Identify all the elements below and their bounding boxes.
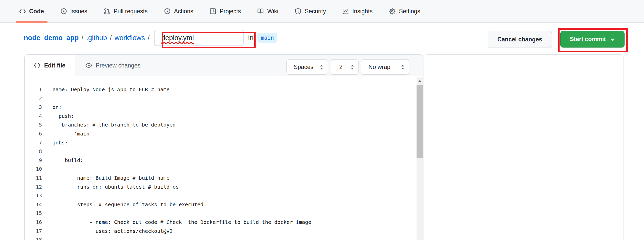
nav-tab-label: Pull requests [114, 8, 148, 15]
line-number: 4 [25, 112, 42, 121]
nav-tab-projects[interactable]: Projects [203, 0, 247, 22]
code-line: 18 [25, 235, 416, 240]
line-text: runs-on: ubuntu-latest # build os [52, 182, 179, 191]
nav-tab-insights[interactable]: Insights [336, 0, 379, 22]
nav-tab-label: Projects [220, 8, 241, 15]
code-line: 9 build: [25, 156, 416, 165]
editor-scrollbar [417, 77, 423, 240]
breadcrumb-dir-github-link[interactable]: .github [86, 34, 107, 42]
nav-tab-label: Issues [70, 8, 87, 15]
project-board-icon [210, 8, 216, 15]
code-line: 16 - name: Check out code # Check the Do… [25, 218, 416, 227]
in-label: in [248, 34, 254, 42]
line-text: - 'main' [52, 129, 93, 138]
nav-tab-pull-requests[interactable]: Pull requests [97, 0, 154, 22]
line-text: uses: actions/checkout@v2 [52, 227, 173, 236]
book-icon [257, 8, 264, 15]
wrap-mode-value: No wrap [368, 64, 390, 71]
line-text: build: [52, 156, 83, 165]
eye-icon [85, 62, 92, 69]
line-text: - name: Check out code # Check the Docke… [52, 218, 311, 227]
line-number: 5 [25, 120, 42, 129]
updown-arrows-icon [320, 64, 324, 70]
line-number: 11 [25, 174, 42, 182]
line-text: name: Build Image # build name [52, 174, 170, 182]
nav-tab-wiki[interactable]: Wiki [250, 0, 285, 22]
line-number: 13 [25, 191, 42, 200]
wrap-mode-select[interactable]: No wrap [361, 59, 409, 75]
code-line: 17 uses: actions/checkout@v2 [25, 227, 416, 236]
filename-input[interactable]: deploy.yml [154, 30, 244, 46]
line-number: 15 [25, 209, 42, 218]
updown-arrows-icon [401, 64, 405, 70]
nav-tab-label: Code [29, 8, 44, 15]
line-number: 18 [25, 235, 42, 240]
scrollbar-thumb[interactable] [417, 85, 423, 158]
breadcrumb-dir-workflows-link[interactable]: workflows [115, 34, 145, 42]
tab-edit-file-label: Edit file [44, 62, 65, 69]
nav-tab-code[interactable]: Code [13, 0, 51, 22]
code-line: 3on: [25, 103, 416, 112]
line-number: 3 [25, 103, 42, 112]
play-circle-icon [164, 8, 171, 15]
nav-tab-label: Insights [352, 8, 373, 15]
code-line: 15 [25, 209, 416, 218]
scrollbar-up-button[interactable] [417, 77, 423, 85]
code-line: 4 push: [25, 112, 416, 121]
branch-badge: main [257, 33, 278, 43]
file-editor-panel: Edit file Preview changes Spaces 2 No wr… [24, 54, 423, 240]
indent-mode-value: Spaces [294, 64, 313, 71]
nav-tab-label: Settings [399, 8, 420, 15]
line-number: 1 [25, 85, 42, 94]
pull-request-icon [104, 8, 110, 15]
line-text: on: [52, 103, 62, 112]
line-number: 8 [25, 147, 42, 156]
github-file-editor-page: Code Issues Pull requests Actions Projec… [0, 0, 644, 240]
editor-header: Edit file Preview changes Spaces 2 No wr… [25, 55, 423, 76]
line-text: push: [52, 112, 74, 121]
tab-preview-changes[interactable]: Preview changes [85, 55, 140, 76]
code-editor-area[interactable]: 1name: Deploy Node js App to ECR # name … [25, 76, 416, 240]
code-line: 7jobs: [25, 138, 416, 147]
line-text: jobs: [52, 138, 68, 147]
nav-tab-label: Wiki [267, 8, 278, 15]
gear-icon [389, 8, 396, 15]
start-commit-button[interactable]: Start commit [560, 31, 625, 48]
cancel-changes-button[interactable]: Cancel changes [488, 31, 552, 48]
indent-size-value: 2 [339, 64, 343, 71]
code-line: 6 - 'main' [25, 129, 416, 138]
nav-tab-settings[interactable]: Settings [382, 0, 427, 22]
start-commit-label: Start commit [570, 36, 606, 43]
line-text: name: Deploy Node js App to ECR # name [52, 85, 170, 94]
repo-nav: Code Issues Pull requests Actions Projec… [0, 0, 644, 23]
tab-edit-file[interactable]: Edit file [25, 55, 75, 76]
nav-tab-security[interactable]: Security [288, 0, 333, 22]
code-icon [34, 62, 40, 69]
line-number: 2 [25, 94, 42, 103]
tab-preview-changes-label: Preview changes [96, 62, 140, 69]
nav-tab-label: Security [305, 8, 326, 15]
code-line: 1name: Deploy Node js App to ECR # name [25, 85, 416, 94]
nav-tab-label: Actions [174, 8, 193, 15]
nav-tab-actions[interactable]: Actions [157, 0, 200, 22]
line-number: 12 [25, 182, 42, 191]
triangle-up-icon [418, 80, 422, 82]
line-number: 17 [25, 227, 42, 236]
code-line: 10 [25, 165, 416, 174]
nav-tab-issues[interactable]: Issues [54, 0, 94, 22]
line-text: steps: # sequence of tasks to be execute… [52, 200, 203, 209]
breadcrumb-repo-link[interactable]: node_demo_app [24, 34, 79, 42]
code-line: 14 steps: # sequence of tasks to be exec… [25, 200, 416, 209]
code-line: 13 [25, 191, 416, 200]
breadcrumb-separator: / [110, 34, 112, 42]
breadcrumb: node_demo_app / .github / workflows / de… [24, 29, 277, 47]
line-number: 10 [25, 165, 42, 174]
line-text: branches: # the branch to be deployed [52, 120, 176, 129]
line-number: 14 [25, 200, 42, 209]
code-line: 12 runs-on: ubuntu-latest # build os [25, 182, 416, 191]
indent-size-select[interactable]: 2 [331, 59, 359, 75]
graph-icon [342, 8, 349, 15]
line-number: 9 [25, 156, 42, 165]
line-number: 6 [25, 129, 42, 138]
indent-mode-select[interactable]: Spaces [286, 59, 328, 75]
